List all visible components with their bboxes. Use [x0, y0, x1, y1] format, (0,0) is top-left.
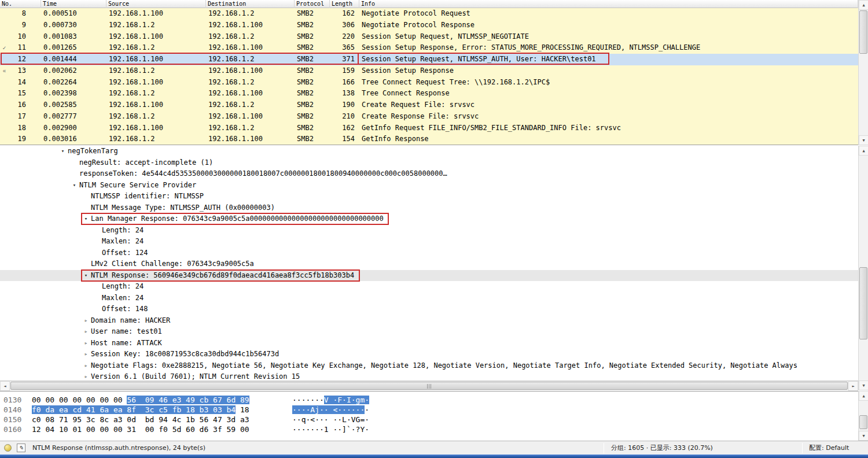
packet-row[interactable]: 150.002398192.168.1.2192.168.1.100SMB213…	[0, 88, 858, 99]
column-header-length[interactable]: Length	[330, 0, 359, 8]
packet-source: 192.168.1.100	[109, 123, 163, 134]
tree-expander-icon[interactable]: ▾	[82, 270, 90, 282]
detail-row[interactable]: responseToken: 4e544c4d53535000030000001…	[0, 168, 858, 180]
detail-row[interactable]: ▹Version 6.1 (Build 7601); NTLM Current …	[0, 371, 858, 381]
column-header-destination[interactable]: Destination	[206, 0, 295, 8]
scroll-up-icon[interactable]: ▲	[859, 146, 868, 156]
detail-row[interactable]: ▹Negotiate Flags: 0xe2888215, Negotiate …	[0, 360, 858, 372]
detail-row[interactable]: LMv2 Client Challenge: 076343c9a9005c5a	[0, 258, 858, 270]
packet-length: 162	[329, 8, 355, 20]
scroll-thumb[interactable]	[859, 267, 867, 339]
details-horizontal-scrollbar[interactable]: ◄ ►	[0, 381, 858, 390]
detail-row[interactable]: Length: 24	[0, 225, 858, 237]
detail-row[interactable]: NTLMSSP identifier: NTLMSSP	[0, 191, 858, 202]
detail-row[interactable]: Maxlen: 24	[0, 236, 858, 248]
capture-comment-icon[interactable]: ✎	[17, 444, 25, 452]
hex-row[interactable]: 0140f0 da ea cd 41 6a ea 8f 3c c5 fb 18 …	[0, 405, 858, 415]
tree-expander-icon[interactable]: ▹	[82, 315, 90, 327]
packet-row[interactable]: 160.002585192.168.1.100192.168.1.2SMB219…	[0, 99, 858, 111]
detail-text: Lan Manager Response: 076343c9a9005c5a00…	[91, 213, 384, 225]
packet-protocol: SMB2	[297, 31, 314, 43]
packet-row[interactable]: 90.000730192.168.1.2192.168.1.100SMB2306…	[0, 20, 858, 31]
column-header-source[interactable]: Source	[106, 0, 206, 8]
scroll-down-icon[interactable]: ▼	[859, 135, 868, 145]
hex-row[interactable]: 016012 04 10 01 00 00 00 31 00 f0 5d 60 …	[0, 424, 858, 434]
detail-row[interactable]: Offset: 148	[0, 304, 858, 315]
detail-row[interactable]: ▹Domain name: HACKER	[0, 315, 858, 327]
scroll-thumb[interactable]	[859, 10, 867, 54]
tree-expander-icon[interactable]: ▹	[82, 338, 90, 349]
hex-row[interactable]: 013000 00 00 00 00 00 00 56 09 46 e3 49 …	[0, 395, 858, 405]
packet-row[interactable]: 80.000510192.168.1.100192.168.1.2SMB2162…	[0, 8, 858, 20]
detail-row[interactable]: ▹User name: test01	[0, 326, 858, 338]
detail-text: Length: 24	[102, 281, 144, 293]
packet-row[interactable]: ✓110.001265192.168.1.2192.168.1.100SMB23…	[0, 42, 858, 54]
scroll-right-icon[interactable]: ►	[848, 381, 858, 391]
tree-expander-icon[interactable]: ▾	[59, 146, 67, 157]
packet-row[interactable]: «130.002062192.168.1.2192.168.1.100SMB21…	[0, 65, 858, 77]
scroll-down-icon[interactable]: ▼	[859, 431, 868, 441]
tree-expander-icon[interactable]: ▾	[71, 180, 78, 191]
tree-expander-icon[interactable]: ▾	[82, 213, 90, 225]
tree-expander-icon[interactable]: ▹	[82, 360, 90, 372]
packet-length: 154	[329, 134, 355, 145]
detail-row[interactable]: ▾Lan Manager Response: 076343c9a9005c5a0…	[0, 213, 858, 225]
status-separator	[802, 443, 803, 453]
detail-row[interactable]: ▾NTLM Secure Service Provider	[0, 180, 858, 191]
packet-info: Tree Connect Request Tree: \\192.168.1.2…	[362, 77, 857, 88]
packet-row[interactable]: 120.001444192.168.1.100192.168.1.2SMB237…	[0, 54, 858, 65]
detail-row[interactable]: ▹Host name: ATTACK	[0, 338, 858, 349]
detail-row[interactable]: Offset: 124	[0, 248, 858, 259]
expert-info-icon[interactable]	[4, 444, 12, 452]
hex-bytes: f0 da ea cd 41 6a ea 8f 3c c5 fb 18 b3 0…	[32, 405, 249, 415]
column-header-time[interactable]: Time	[41, 0, 106, 8]
packet-row[interactable]: 170.002777192.168.1.2192.168.1.100SMB221…	[0, 111, 858, 123]
scroll-down-icon[interactable]: ▼	[859, 381, 868, 390]
tree-expander-icon[interactable]: ▹	[82, 349, 90, 360]
hex-vertical-scrollbar[interactable]: ▲ ▼	[858, 391, 868, 441]
detail-text: LMv2 Client Challenge: 076343c9a9005c5a	[91, 258, 254, 270]
scroll-up-icon[interactable]: ▲	[859, 391, 868, 401]
detail-row[interactable]: Maxlen: 24	[0, 293, 858, 304]
packet-source: 192.168.1.2	[109, 134, 155, 145]
packet-time: 0.002900	[43, 123, 77, 134]
packet-protocol: SMB2	[297, 111, 314, 123]
packet-source: 192.168.1.100	[109, 8, 163, 20]
packet-protocol: SMB2	[297, 88, 314, 99]
column-header-protocol[interactable]: Protocol	[295, 0, 330, 8]
detail-row[interactable]: NTLM Message Type: NTLMSSP_AUTH (0x00000…	[0, 202, 858, 214]
details-vertical-scrollbar[interactable]: ▲ ▼	[858, 146, 868, 390]
tree-expander-icon[interactable]: ▹	[82, 326, 90, 338]
status-profile[interactable]: 配置: Default	[809, 441, 849, 455]
hex-ascii: ····Aj·· <·······	[292, 405, 369, 415]
packet-length: 138	[329, 88, 355, 99]
hex-row[interactable]: 0150c0 08 71 95 3c 8c a3 0d bd 94 4c 1b …	[0, 415, 858, 424]
packet-length: 190	[329, 99, 355, 111]
column-header-no[interactable]: No.	[0, 0, 41, 8]
detail-row[interactable]: ▾negTokenTarg	[0, 146, 858, 157]
column-header-info[interactable]: Info	[359, 0, 858, 8]
packet-protocol: SMB2	[297, 123, 314, 134]
detail-row[interactable]: ▾NTLM Response: 560946e349cb676d89f0daea…	[0, 270, 858, 282]
scroll-left-icon[interactable]: ◄	[0, 381, 10, 391]
tree-expander-icon[interactable]: ▹	[82, 371, 90, 381]
packet-source: 192.168.1.2	[109, 88, 155, 99]
packet-list-vertical-scrollbar[interactable]: ▲ ▼	[858, 0, 868, 145]
packet-no: 15	[0, 88, 26, 99]
scroll-thumb[interactable]	[859, 415, 867, 429]
hex-ascii: ··q·<··· ··L·VG=·	[292, 415, 369, 424]
packet-row[interactable]: 100.001083192.168.1.100192.168.1.2SMB222…	[0, 31, 858, 43]
scroll-thumb[interactable]	[10, 382, 848, 390]
packet-time: 0.001444	[43, 54, 77, 65]
packet-info: Session Setup Request, NTLMSSP_NEGOTIATE	[362, 31, 857, 43]
packet-time: 0.002062	[43, 65, 77, 77]
scroll-up-icon[interactable]: ▲	[859, 0, 868, 10]
packet-no: 9	[0, 20, 26, 31]
detail-row[interactable]: Length: 24	[0, 281, 858, 293]
detail-row[interactable]: ▹Session Key: 18c00871953c8ca30dbd944c1b…	[0, 349, 858, 360]
detail-text: Negotiate Flags: 0xe2888215, Negotiate 5…	[91, 360, 797, 372]
packet-row[interactable]: 190.003016192.168.1.2192.168.1.100SMB215…	[0, 134, 858, 145]
detail-row[interactable]: negResult: accept-incomplete (1)	[0, 157, 858, 169]
packet-row[interactable]: 140.002264192.168.1.100192.168.1.2SMB216…	[0, 77, 858, 88]
packet-row[interactable]: 180.002900192.168.1.100192.168.1.2SMB216…	[0, 123, 858, 134]
